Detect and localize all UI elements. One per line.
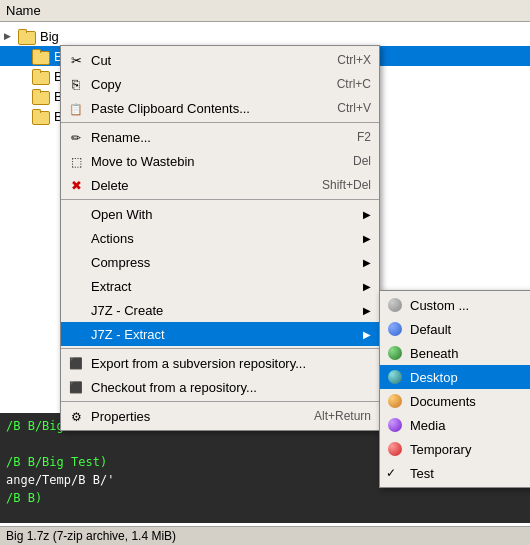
file-manager: Name ▶ Big Big 1.7z Big 1.7z Big 1.7z Bi…	[0, 0, 530, 545]
rename-icon	[67, 128, 85, 146]
menu-item-export-svn[interactable]: ⬛ Export from a subversion repository...	[61, 351, 379, 375]
menu-item-actions[interactable]: Actions ▶	[61, 226, 379, 250]
submenu-item-desktop-label: Desktop	[410, 370, 458, 385]
menu-item-7z-create-label: J7Z - Create	[91, 303, 163, 318]
submenu-arrow-extract: ▶	[363, 281, 371, 292]
menu-divider-4	[61, 401, 379, 402]
menu-item-extract[interactable]: Extract ▶	[61, 274, 379, 298]
props-icon	[67, 407, 85, 425]
default-icon	[386, 320, 404, 338]
menu-divider-3	[61, 348, 379, 349]
submenu-arrow-open-with: ▶	[363, 209, 371, 220]
folder-icon	[32, 49, 50, 63]
submenu-arrow-compress: ▶	[363, 257, 371, 268]
menu-item-compress[interactable]: Compress ▶	[61, 250, 379, 274]
svn-export-icon: ⬛	[67, 354, 85, 372]
folder-icon	[32, 89, 50, 103]
tree-item-label: Big	[40, 29, 59, 44]
menu-item-move-label: Move to Wastebin	[91, 154, 195, 169]
status-bar-text: Big 1.7z (7-zip archive, 1.4 MiB)	[6, 529, 176, 543]
context-menu: Cut Ctrl+X Copy Ctrl+C Paste Clipboard C…	[60, 45, 380, 431]
move-icon	[67, 152, 85, 170]
cut-icon	[67, 51, 85, 69]
menu-item-extract-label: Extract	[91, 279, 131, 294]
menu-item-paste-label: Paste Clipboard Contents...	[91, 101, 250, 116]
submenu-item-default-label: Default	[410, 322, 451, 337]
menu-item-rename[interactable]: Rename... F2	[61, 125, 379, 149]
menu-item-cut-label: Cut	[91, 53, 111, 68]
menu-item-checkout-svn[interactable]: ⬛ Checkout from a repository...	[61, 375, 379, 399]
terminal-line-5: /B B)	[6, 489, 524, 507]
submenu-item-custom[interactable]: Custom ...	[380, 293, 530, 317]
menu-item-delete[interactable]: Delete Shift+Del	[61, 173, 379, 197]
submenu-item-test-label: Test	[410, 466, 434, 481]
submenu-item-beneath[interactable]: Beneath	[380, 341, 530, 365]
submenu-item-desktop[interactable]: Desktop	[380, 365, 530, 389]
submenu-7z-extract: Custom ... Default Beneath Desktop Docum…	[379, 290, 530, 488]
svn-checkout-icon: ⬛	[67, 378, 85, 396]
status-bar: Big 1.7z (7-zip archive, 1.4 MiB)	[0, 526, 530, 545]
tree-arrow: ▶	[4, 31, 18, 41]
custom-icon	[386, 296, 404, 314]
test-checkmark: ✓	[386, 466, 396, 480]
menu-item-7z-create[interactable]: J7Z - Create ▶	[61, 298, 379, 322]
menu-item-properties-shortcut: Alt+Return	[294, 409, 371, 423]
menu-divider-1	[61, 122, 379, 123]
folder-icon	[32, 109, 50, 123]
menu-divider-2	[61, 199, 379, 200]
delete-icon	[67, 176, 85, 194]
menu-item-open-with[interactable]: Open With ▶	[61, 202, 379, 226]
submenu-item-custom-label: Custom ...	[410, 298, 469, 313]
menu-item-copy-shortcut: Ctrl+C	[317, 77, 371, 91]
menu-item-checkout-svn-label: Checkout from a repository...	[91, 380, 257, 395]
menu-item-paste-shortcut: Ctrl+V	[317, 101, 371, 115]
submenu-item-default[interactable]: Default	[380, 317, 530, 341]
desktop-icon	[386, 368, 404, 386]
temporary-icon	[386, 440, 404, 458]
submenu-arrow-actions: ▶	[363, 233, 371, 244]
menu-item-cut-shortcut: Ctrl+X	[317, 53, 371, 67]
menu-item-compress-label: Compress	[91, 255, 150, 270]
menu-item-paste[interactable]: Paste Clipboard Contents... Ctrl+V	[61, 96, 379, 120]
media-icon	[386, 416, 404, 434]
tree-item-big-root[interactable]: ▶ Big	[0, 26, 530, 46]
menu-item-actions-label: Actions	[91, 231, 134, 246]
submenu-arrow-7z-extract: ▶	[363, 329, 371, 340]
menu-item-7z-extract[interactable]: J7Z - Extract ▶	[61, 322, 379, 346]
submenu-item-media[interactable]: Media	[380, 413, 530, 437]
menu-item-cut[interactable]: Cut Ctrl+X	[61, 48, 379, 72]
submenu-item-media-label: Media	[410, 418, 445, 433]
paste-icon	[67, 99, 85, 117]
menu-item-7z-extract-label: J7Z - Extract	[91, 327, 165, 342]
menu-item-move[interactable]: Move to Wastebin Del	[61, 149, 379, 173]
terminal-line-6	[6, 507, 524, 525]
copy-icon	[67, 75, 85, 93]
documents-icon	[386, 392, 404, 410]
menu-item-open-with-label: Open With	[91, 207, 152, 222]
menu-item-properties-label: Properties	[91, 409, 150, 424]
menu-item-move-shortcut: Del	[333, 154, 371, 168]
menu-item-rename-shortcut: F2	[337, 130, 371, 144]
menu-item-copy-label: Copy	[91, 77, 121, 92]
column-header: Name	[0, 0, 530, 22]
menu-item-export-svn-label: Export from a subversion repository...	[91, 356, 306, 371]
submenu-item-test[interactable]: ✓ Test	[380, 461, 530, 485]
menu-item-delete-label: Delete	[91, 178, 129, 193]
menu-item-properties[interactable]: Properties Alt+Return	[61, 404, 379, 428]
submenu-item-temporary[interactable]: Temporary	[380, 437, 530, 461]
column-header-label: Name	[6, 3, 41, 18]
beneath-icon	[386, 344, 404, 362]
submenu-arrow-7z-create: ▶	[363, 305, 371, 316]
menu-item-rename-label: Rename...	[91, 130, 151, 145]
menu-item-delete-shortcut: Shift+Del	[302, 178, 371, 192]
folder-icon	[32, 69, 50, 83]
menu-item-copy[interactable]: Copy Ctrl+C	[61, 72, 379, 96]
submenu-item-documents[interactable]: Documents	[380, 389, 530, 413]
submenu-item-documents-label: Documents	[410, 394, 476, 409]
folder-icon	[18, 29, 36, 43]
submenu-item-temporary-label: Temporary	[410, 442, 471, 457]
submenu-item-beneath-label: Beneath	[410, 346, 458, 361]
